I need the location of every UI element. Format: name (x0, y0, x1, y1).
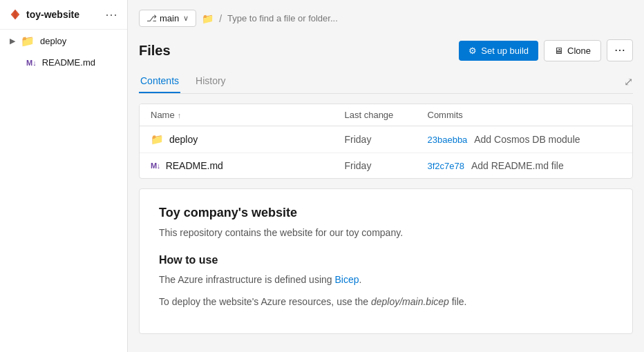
row-folder-icon: 📁 (151, 133, 164, 146)
setup-build-label: Set up build (481, 46, 529, 56)
branch-icon: ⎇ (146, 13, 157, 23)
branch-name: main (160, 13, 179, 23)
col-name-header: Name ↑ (151, 110, 345, 120)
readme-file-path: deploy/main.bicep (371, 296, 449, 307)
sort-icon: ↑ (178, 111, 182, 119)
topbar: ⎇ main ∨ 📁 / (139, 7, 633, 30)
readme-section-title: How to use (159, 254, 613, 266)
last-change-readme: Friday (345, 160, 428, 171)
folder-icon: 📁 (21, 35, 35, 48)
file-name-cell: 📁 deploy (151, 133, 345, 146)
diamond-icon (10, 9, 21, 20)
file-link-deploy[interactable]: deploy (169, 134, 198, 145)
sidebar-header: toy-website ⋯ (0, 0, 127, 30)
commit-hash-deploy[interactable]: 23baebba (428, 135, 468, 145)
tabs-list: Contents History (139, 70, 241, 93)
sidebar-item-readme[interactable]: M↓ README.md (0, 52, 127, 72)
table-row: 📁 deploy Friday 23baebba Add Cosmos DB m… (140, 126, 632, 153)
clone-button[interactable]: 🖥 Clone (544, 40, 601, 61)
table-row: M↓ README.md Friday 3f2c7e78 Add README.… (140, 153, 632, 178)
files-title: Files (139, 43, 171, 59)
sidebar-item-label: README.md (42, 57, 95, 68)
sidebar-item-deploy[interactable]: ▶ 📁 deploy (0, 30, 127, 52)
sidebar: toy-website ⋯ ▶ 📁 deploy M↓ README.md (0, 0, 128, 352)
main-content: ⎇ main ∨ 📁 / Files ⚙ Set up build 🖥 Clon… (128, 0, 644, 352)
sidebar-more-icon[interactable]: ⋯ (105, 8, 117, 21)
sidebar-repo-name: toy-website (26, 9, 79, 20)
setup-build-icon: ⚙ (468, 46, 477, 56)
tabs-bar: Contents History ⤢ (139, 70, 633, 94)
tab-contents[interactable]: Contents (139, 70, 180, 93)
sidebar-logo: toy-website (10, 9, 79, 20)
more-options-button[interactable]: ⋯ (607, 39, 633, 61)
expand-icon: ▶ (10, 37, 15, 46)
commit-cell-deploy: 23baebba Add Cosmos DB module (428, 134, 622, 145)
folder-path-icon: 📁 (202, 13, 214, 24)
sidebar-item-label: deploy (40, 36, 66, 46)
files-header: Files ⚙ Set up build 🖥 Clone ⋯ (139, 39, 633, 61)
setup-build-button[interactable]: ⚙ Set up build (459, 41, 538, 61)
expand-view-icon[interactable]: ⤢ (624, 75, 633, 88)
commit-cell-readme: 3f2c7e78 Add README.md file (428, 160, 622, 171)
commit-message-deploy: Add Cosmos DB module (474, 134, 580, 145)
markdown-icon: M↓ (26, 59, 37, 67)
table-header: Name ↑ Last change Commits (140, 104, 632, 126)
readme-line2: To deploy the website's Azure resources,… (159, 294, 613, 309)
file-search-input[interactable] (227, 13, 366, 23)
file-table: Name ↑ Last change Commits 📁 deploy Frid… (139, 104, 633, 179)
row-markdown-icon: M↓ (151, 162, 160, 170)
readme-description: This repository contains the website for… (159, 226, 613, 240)
readme-line1: The Azure infrastructure is defined usin… (159, 272, 613, 287)
bicep-link[interactable]: Bicep (334, 274, 359, 285)
commit-hash-readme[interactable]: 3f2c7e78 (428, 161, 465, 171)
branch-chevron-icon: ∨ (183, 14, 189, 23)
path-separator: / (219, 13, 222, 24)
file-link-readme[interactable]: README.md (166, 160, 223, 171)
readme-card: Toy company's website This repository co… (139, 188, 633, 334)
last-change-deploy: Friday (345, 134, 428, 145)
clone-icon: 🖥 (554, 46, 563, 56)
commit-message-readme: Add README.md file (471, 160, 564, 171)
header-actions: ⚙ Set up build 🖥 Clone ⋯ (459, 39, 633, 61)
branch-selector[interactable]: ⎇ main ∨ (139, 10, 196, 27)
tab-history[interactable]: History (194, 70, 227, 93)
file-name-cell: M↓ README.md (151, 160, 345, 171)
readme-title: Toy company's website (159, 206, 613, 220)
clone-label: Clone (567, 46, 591, 56)
col-lastchange-header: Last change (345, 110, 428, 120)
col-commits-header: Commits (428, 110, 622, 120)
